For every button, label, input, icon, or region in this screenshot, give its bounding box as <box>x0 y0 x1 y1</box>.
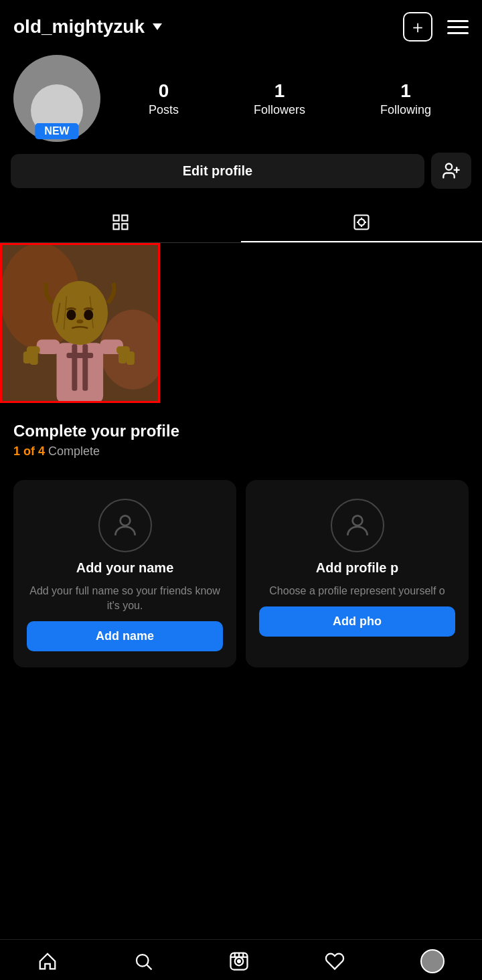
add-person-icon <box>442 161 461 180</box>
svg-point-8 <box>358 219 364 225</box>
add-name-icon <box>98 499 152 552</box>
post-item-1[interactable] <box>0 243 160 403</box>
hamburger-menu-icon[interactable] <box>447 20 469 34</box>
complete-profile-title: Complete your profile <box>13 422 469 440</box>
new-badge: NEW <box>35 123 78 139</box>
svg-rect-13 <box>37 339 60 354</box>
person-icon <box>110 511 140 540</box>
svg-rect-17 <box>30 351 38 365</box>
svg-rect-19 <box>118 351 127 363</box>
post-image-1 <box>0 243 160 403</box>
stat-followers[interactable]: 1 Followers <box>254 80 305 117</box>
add-photo-card-desc: Choose a profile represent yourself o <box>269 584 445 598</box>
svg-rect-20 <box>127 351 135 365</box>
progress-fraction: 1 of 4 <box>13 444 45 458</box>
progress-rest: Complete <box>45 444 100 458</box>
svg-rect-31 <box>66 353 93 358</box>
home-icon <box>37 951 58 971</box>
stat-posts[interactable]: 0 Posts <box>149 80 179 117</box>
add-photo-card-title: Add profile p <box>316 560 398 576</box>
profile-section: NEW 0 Posts 1 Followers 1 Following <box>0 48 482 153</box>
svg-point-22 <box>52 281 108 345</box>
tab-tagged[interactable] <box>241 202 482 242</box>
svg-point-33 <box>352 515 362 525</box>
bottom-navigation <box>0 939 482 980</box>
complete-profile-section: Complete your profile 1 of 4 Complete <box>0 403 482 469</box>
reels-icon <box>229 951 249 971</box>
following-label: Following <box>380 103 431 117</box>
profile-completion-cards: Add your name Add your full name so your… <box>0 469 482 681</box>
person-icon-2 <box>343 511 372 540</box>
avatar-wrap[interactable]: NEW <box>13 55 100 142</box>
posts-label: Posts <box>149 103 179 117</box>
add-person-button[interactable] <box>431 153 471 189</box>
svg-rect-6 <box>122 224 127 229</box>
svg-point-27 <box>84 309 93 320</box>
followers-count: 1 <box>274 80 285 102</box>
posts-count: 0 <box>159 80 169 102</box>
following-count: 1 <box>400 80 411 102</box>
tagged-icon <box>352 213 371 232</box>
add-photo-card: Add profile p Choose a profile represent… <box>246 480 469 668</box>
followers-label: Followers <box>254 103 305 117</box>
tab-grid[interactable] <box>0 202 241 242</box>
add-name-button[interactable]: Add name <box>27 621 223 651</box>
posts-grid <box>0 243 482 403</box>
add-photo-button[interactable]: Add pho <box>259 606 455 637</box>
complete-profile-progress: 1 of 4 Complete <box>13 444 469 459</box>
svg-rect-30 <box>82 344 88 391</box>
svg-point-32 <box>120 515 130 525</box>
grid-icon <box>111 213 130 232</box>
profile-buttons-row: Edit profile <box>0 153 482 202</box>
svg-rect-3 <box>114 216 119 221</box>
header: old_mightyzuk ＋ <box>0 0 482 48</box>
chevron-down-icon[interactable] <box>153 23 162 30</box>
svg-point-38 <box>238 960 240 963</box>
svg-rect-29 <box>72 344 77 391</box>
add-name-card-title: Add your name <box>76 560 174 576</box>
add-photo-icon <box>331 499 384 552</box>
groot-illustration <box>0 243 160 403</box>
add-name-card: Add your name Add your full name so your… <box>13 480 236 668</box>
svg-rect-7 <box>355 216 369 230</box>
svg-point-28 <box>76 319 83 323</box>
profile-tabs <box>0 202 482 243</box>
nav-home[interactable] <box>37 951 58 971</box>
add-name-card-desc: Add your full name so your friends know … <box>27 584 223 614</box>
svg-point-26 <box>66 309 76 320</box>
svg-point-0 <box>446 164 452 170</box>
heart-icon <box>325 951 345 971</box>
header-left: old_mightyzuk <box>13 16 162 37</box>
username[interactable]: old_mightyzuk <box>13 16 145 37</box>
svg-rect-4 <box>122 216 127 221</box>
new-post-icon[interactable]: ＋ <box>403 12 432 42</box>
nav-reels[interactable] <box>229 951 249 971</box>
header-right: ＋ <box>403 12 469 42</box>
svg-rect-5 <box>114 224 119 229</box>
stat-following[interactable]: 1 Following <box>380 80 431 117</box>
nav-search[interactable] <box>133 951 153 971</box>
nav-avatar <box>420 949 445 973</box>
svg-rect-12 <box>57 343 104 402</box>
edit-profile-button[interactable]: Edit profile <box>11 154 424 188</box>
search-icon <box>133 951 153 971</box>
svg-line-35 <box>147 965 152 970</box>
nav-likes[interactable] <box>325 951 345 971</box>
nav-profile[interactable] <box>420 949 445 973</box>
svg-point-34 <box>137 955 149 967</box>
stats-row: 0 Posts 1 Followers 1 Following <box>111 80 469 117</box>
